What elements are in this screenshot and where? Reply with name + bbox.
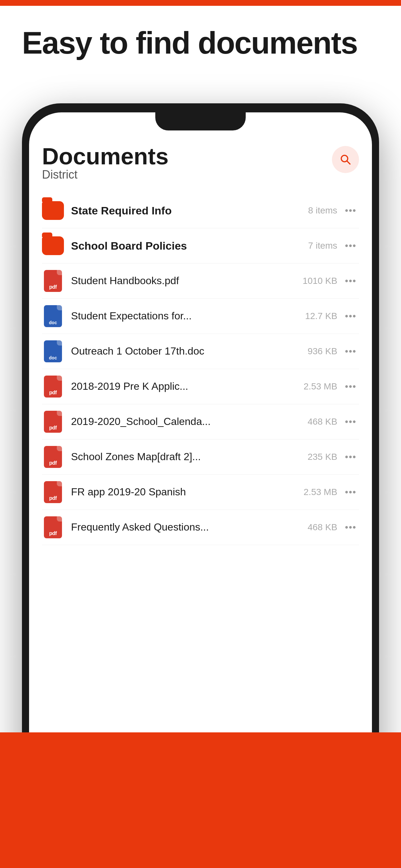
file-name: Student Expectations for... <box>71 309 305 323</box>
file-meta: 12.7 KB <box>305 311 337 321</box>
file-name: Outreach 1 October 17th.doc <box>71 345 308 358</box>
file-name: State Required Info <box>71 204 308 218</box>
file-name: Frequently Asked Questions... <box>71 521 308 534</box>
pdf-icon: pdf <box>42 376 64 398</box>
list-item[interactable]: pdf School Zones Map[draft 2]... 235 KB … <box>42 439 359 475</box>
list-item[interactable]: doc Outreach 1 October 17th.doc 936 KB •… <box>42 334 359 369</box>
phone-screen: Documents District State Required Info 8… <box>29 113 372 790</box>
more-options-button[interactable]: ••• <box>343 310 359 322</box>
file-name: Student Handbooks.pdf <box>71 274 303 288</box>
more-options-button[interactable]: ••• <box>343 275 359 287</box>
pdf-icon: pdf <box>42 481 64 503</box>
search-icon <box>339 153 352 166</box>
file-name: School Board Policies <box>71 239 308 253</box>
list-item[interactable]: pdf 2019-2020_School_Calenda... 468 KB •… <box>42 404 359 439</box>
file-meta: 235 KB <box>308 452 337 462</box>
list-item[interactable]: pdf Frequently Asked Questions... 468 KB… <box>42 510 359 545</box>
bottom-orange-bg <box>0 733 401 868</box>
file-meta: 468 KB <box>308 522 337 532</box>
list-item[interactable]: State Required Info 8 items ••• <box>42 193 359 228</box>
pdf-icon: pdf <box>42 446 64 468</box>
list-item[interactable]: pdf Student Handbooks.pdf 1010 KB ••• <box>42 264 359 299</box>
more-options-button[interactable]: ••• <box>343 415 359 428</box>
top-status-bar <box>0 0 401 6</box>
file-list: State Required Info 8 items ••• School B… <box>42 193 359 545</box>
more-options-button[interactable]: ••• <box>343 204 359 217</box>
doc-icon: doc <box>42 305 64 327</box>
pdf-icon: pdf <box>42 411 64 433</box>
file-meta: 7 items <box>308 241 337 251</box>
pdf-icon: pdf <box>42 516 64 538</box>
list-item[interactable]: pdf FR app 2019-20 Spanish 2.53 MB ••• <box>42 475 359 510</box>
file-meta: 936 KB <box>308 346 337 356</box>
more-options-button[interactable]: ••• <box>343 521 359 534</box>
svg-line-1 <box>347 161 350 164</box>
file-meta: 2.53 MB <box>304 381 337 392</box>
list-item[interactable]: doc Student Expectations for... 12.7 KB … <box>42 299 359 334</box>
file-name: School Zones Map[draft 2]... <box>71 450 308 464</box>
more-options-button[interactable]: ••• <box>343 486 359 499</box>
pdf-icon: pdf <box>42 270 64 292</box>
documents-title-block: Documents District <box>42 145 168 190</box>
phone-notch <box>155 113 246 130</box>
file-meta: 2.53 MB <box>304 487 337 497</box>
documents-title: Documents <box>42 145 168 168</box>
file-meta: 8 items <box>308 206 337 216</box>
screen-content: Documents District State Required Info 8… <box>29 135 372 790</box>
file-name: FR app 2019-20 Spanish <box>71 485 304 499</box>
search-button[interactable] <box>332 146 359 173</box>
list-item[interactable]: pdf 2018-2019 Pre K Applic... 2.53 MB ••… <box>42 369 359 404</box>
folder-icon <box>42 199 64 221</box>
page-headline: Easy to find documents <box>22 26 379 60</box>
more-options-button[interactable]: ••• <box>343 239 359 252</box>
documents-header: Documents District <box>42 145 359 190</box>
file-meta: 1010 KB <box>303 276 337 286</box>
more-options-button[interactable]: ••• <box>343 345 359 358</box>
list-item[interactable]: School Board Policies 7 items ••• <box>42 228 359 264</box>
folder-icon <box>42 235 64 257</box>
more-options-button[interactable]: ••• <box>343 451 359 463</box>
file-name: 2018-2019 Pre K Applic... <box>71 380 304 393</box>
more-options-button[interactable]: ••• <box>343 380 359 393</box>
phone-frame: Documents District State Required Info 8… <box>22 103 379 797</box>
documents-subtitle: District <box>42 168 168 182</box>
file-meta: 468 KB <box>308 416 337 427</box>
file-name: 2019-2020_School_Calenda... <box>71 415 308 429</box>
doc-icon: doc <box>42 340 64 362</box>
